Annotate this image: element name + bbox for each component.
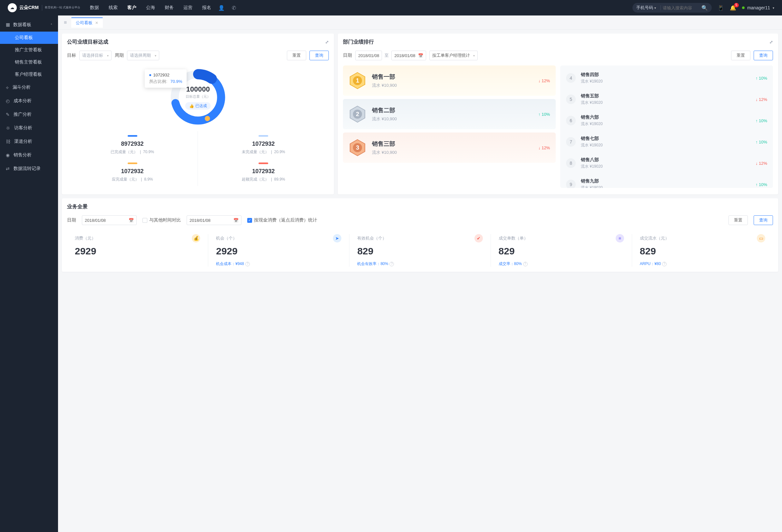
notification-badge: 5 bbox=[734, 3, 739, 7]
megaphone-icon: ✎ bbox=[6, 112, 10, 117]
rank-card-title: 部门业绩排行 bbox=[343, 39, 374, 45]
goal-stat-1: 1072932未完成量（元） | 20.9% bbox=[198, 131, 329, 158]
help-icon[interactable]: ? bbox=[523, 262, 528, 266]
flow-icon: ⇄ bbox=[6, 166, 10, 171]
period-select[interactable]: 请选择周期▾ bbox=[127, 50, 159, 60]
query-button[interactable]: 查询 bbox=[754, 50, 773, 60]
metric-4: 成交流水（元）▭829ARPU：¥80 ? bbox=[632, 234, 773, 267]
goal-card: 公司业绩目标达成 ⤢ 目标 请选择目标▾ 周期 请选择周期▾ 重置 查询 107… bbox=[62, 34, 334, 194]
rank-row-6: 6销售六部流水 ¥19020↑ 10% bbox=[560, 110, 773, 131]
help-icon[interactable]: ? bbox=[389, 262, 394, 266]
metric-icon-0: 💰 bbox=[192, 234, 200, 243]
overview-date1-input[interactable]: 2018/01/08📅 bbox=[82, 215, 137, 225]
sidebar-item-2[interactable]: 销售主管看板 bbox=[0, 56, 58, 68]
funnel-icon: ⟡ bbox=[6, 85, 9, 90]
expand-icon[interactable]: ⤢ bbox=[325, 40, 329, 44]
brand-subtitle: 教育机构一站 式服务云平台 bbox=[45, 6, 80, 9]
user-icon[interactable]: 👤 bbox=[218, 5, 225, 11]
medal-3-icon: 3 bbox=[349, 139, 366, 156]
rank-card: 部门业绩排行 ⤢ 日期 2018/01/08 至 2018/01/08 📅 按工… bbox=[338, 34, 778, 194]
chevron-up-icon: ˄ bbox=[50, 23, 52, 27]
mobile-icon[interactable]: 📱 bbox=[717, 5, 724, 11]
metric-3: 成交单数（单）≡829成交率：80% ? bbox=[491, 234, 632, 267]
sidebar-single-4[interactable]: ⛓渠道分析 bbox=[0, 135, 58, 148]
logo[interactable]: ☁ 云朵CRM 教育机构一站 式服务云平台 bbox=[8, 3, 80, 12]
stat-mode-select[interactable]: 按工单客户经理统计▾ bbox=[429, 50, 478, 60]
compare-checkbox[interactable]: 与其他时间对比 bbox=[142, 217, 181, 223]
podium-3: 3销售三部流水 ¥10,900↓ 12% bbox=[343, 133, 556, 163]
overview-date2-input[interactable]: 2018/01/08📅 bbox=[187, 215, 242, 225]
help-icon[interactable]: ? bbox=[662, 262, 667, 266]
thumbs-up-icon: 👍 bbox=[189, 104, 194, 108]
nav-item-5[interactable]: 运营 bbox=[183, 5, 192, 11]
reset-button[interactable]: 重置 bbox=[728, 215, 748, 225]
reset-button[interactable]: 重置 bbox=[731, 50, 750, 60]
sidebar-item-0[interactable]: 公司看板 bbox=[0, 32, 58, 44]
goal-donut-chart: 1072932 所占比例: 70.9% 100000 目标总量（元） bbox=[167, 67, 228, 128]
sidebar-single-0[interactable]: ⟡漏斗分析 bbox=[0, 81, 58, 94]
trend-up-icon: ↑ 10% bbox=[755, 76, 767, 81]
goal-stat-2: 1072932应完成量（元） | 8.9% bbox=[67, 158, 198, 186]
analytics-icon: ◉ bbox=[6, 152, 10, 158]
trend-up-icon: ↑ 10% bbox=[755, 140, 767, 144]
sidebar-item-3[interactable]: 客户经理看板 bbox=[0, 68, 58, 81]
sidebar: ▦数据看板 ˄ 公司看板推广主管看板销售主管看板客户经理看板 ⟡漏斗分析◴成本分… bbox=[0, 15, 58, 276]
date-from-input[interactable]: 2018/01/08 bbox=[355, 50, 382, 60]
trend-up-icon: ↑ 10% bbox=[755, 182, 767, 187]
close-icon[interactable]: ✕ bbox=[95, 21, 98, 25]
search-type-select[interactable]: 手机号码▾ bbox=[634, 5, 659, 11]
link-icon: ⛓ bbox=[6, 139, 10, 144]
sidebar-single-3[interactable]: ⛭访客分析 bbox=[0, 121, 58, 135]
sidebar-group-databoards[interactable]: ▦数据看板 ˄ bbox=[0, 18, 58, 32]
sidebar-single-1[interactable]: ◴成本分析 bbox=[0, 94, 58, 108]
nav-item-1[interactable]: 线索 bbox=[109, 5, 118, 11]
metric-icon-3: ≡ bbox=[616, 234, 624, 243]
trend-down-icon: ↓ 12% bbox=[755, 161, 767, 166]
overview-card: 业务全景 日期 2018/01/08📅 与其他时间对比 2018/01/08📅 … bbox=[62, 198, 778, 272]
reset-button[interactable]: 重置 bbox=[287, 50, 306, 60]
rank-row-7: 7销售七部流水 ¥19020↑ 10% bbox=[560, 131, 773, 152]
nav-item-2[interactable]: 客户 bbox=[127, 5, 136, 11]
date-to-input[interactable]: 2018/01/08 📅 bbox=[391, 50, 426, 60]
headset-icon: ⛭ bbox=[6, 126, 10, 131]
nav-item-4[interactable]: 财务 bbox=[165, 5, 174, 11]
nav-item-3[interactable]: 公海 bbox=[146, 5, 155, 11]
notification-icon[interactable]: 🔔5 bbox=[730, 5, 736, 11]
top-nav: 数据线索客户公海财务运营报名 bbox=[90, 5, 211, 11]
query-button[interactable]: 查询 bbox=[754, 215, 773, 225]
rank-row-9: 9销售九部流水 ¥19020↑ 10% bbox=[560, 174, 773, 188]
calendar-icon: 📅 bbox=[234, 218, 239, 223]
metric-icon-2: ✔ bbox=[474, 234, 483, 243]
phone-icon[interactable]: ✆ bbox=[232, 5, 236, 11]
rank-row-8: 8销售八部流水 ¥19020↓ 12% bbox=[560, 152, 773, 174]
nav-item-0[interactable]: 数据 bbox=[90, 5, 99, 11]
metric-icon-1: ➤ bbox=[333, 234, 341, 243]
expand-icon[interactable]: ⤢ bbox=[770, 40, 773, 44]
search-input[interactable] bbox=[663, 5, 702, 10]
sidebar-single-2[interactable]: ✎推广分析 bbox=[0, 108, 58, 121]
rank-row-5: 5销售五部流水 ¥19020↓ 12% bbox=[560, 89, 773, 110]
calendar-icon: 📅 bbox=[418, 53, 423, 58]
cash-checkbox[interactable]: 按现金消费（返点后消费）统计 bbox=[247, 217, 317, 223]
sidebar-collapse-icon[interactable]: ≡ bbox=[62, 18, 69, 27]
sidebar-single-5[interactable]: ◉销售分析 bbox=[0, 148, 58, 162]
podium-2: 2销售二部流水 ¥10,900↑ 10% bbox=[343, 99, 556, 129]
sidebar-single-6[interactable]: ⇄数据流转记录 bbox=[0, 162, 58, 175]
help-icon[interactable]: ? bbox=[245, 262, 250, 266]
user-menu[interactable]: manager11 ▾ bbox=[742, 5, 774, 10]
medal-2-icon: 2 bbox=[349, 105, 366, 123]
trend-up-icon: ↑ 10% bbox=[755, 118, 767, 123]
chart-tooltip: 1072932 所占比例: 70.9% bbox=[145, 69, 187, 88]
goal-stat-3: 1072932超额完成（元） | 89.9% bbox=[198, 158, 329, 186]
trend-down-icon: ↓ 12% bbox=[755, 97, 767, 102]
trend-down-icon: ↓ 12% bbox=[538, 145, 550, 150]
trend-down-icon: ↓ 12% bbox=[538, 78, 550, 83]
search-icon[interactable]: 🔍 bbox=[702, 5, 708, 11]
metric-0: 消费（元）💰2929- bbox=[67, 234, 208, 267]
target-select[interactable]: 请选择目标▾ bbox=[79, 50, 111, 60]
clock-icon: ◴ bbox=[6, 98, 10, 104]
nav-item-6[interactable]: 报名 bbox=[202, 5, 211, 11]
query-button[interactable]: 查询 bbox=[310, 50, 329, 60]
tab-company-board[interactable]: 公司看板 ✕ bbox=[71, 17, 103, 28]
sidebar-item-1[interactable]: 推广主管看板 bbox=[0, 44, 58, 56]
